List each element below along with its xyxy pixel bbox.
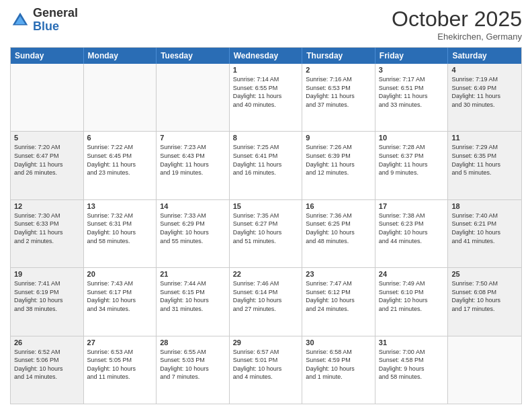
day-number: 7: [160, 134, 226, 142]
header-day-friday: Friday: [375, 48, 449, 64]
cal-cell: 3Sunrise: 7:17 AMSunset: 6:51 PMDaylight…: [375, 64, 449, 131]
header-day-sunday: Sunday: [11, 48, 84, 64]
day-info: Sunrise: 7:49 AMSunset: 6:10 PMDaylight:…: [379, 279, 445, 313]
cal-cell: 21Sunrise: 7:44 AMSunset: 6:15 PMDayligh…: [157, 268, 230, 335]
day-info: Sunrise: 7:41 AMSunset: 6:19 PMDaylight:…: [14, 279, 80, 313]
day-info: Sunrise: 7:14 AMSunset: 6:55 PMDaylight:…: [233, 75, 299, 109]
cal-row-0: 1Sunrise: 7:14 AMSunset: 6:55 PMDaylight…: [11, 64, 521, 131]
day-info: Sunrise: 7:29 AMSunset: 6:35 PMDaylight:…: [451, 143, 518, 177]
header-day-thursday: Thursday: [302, 48, 375, 64]
day-number: 31: [379, 338, 445, 347]
day-info: Sunrise: 6:55 AMSunset: 5:03 PMDaylight:…: [160, 348, 226, 381]
cal-cell: 2Sunrise: 7:16 AMSunset: 6:53 PMDaylight…: [302, 64, 375, 131]
day-number: 29: [233, 338, 299, 347]
cal-cell: 25Sunrise: 7:50 AMSunset: 6:08 PMDayligh…: [448, 268, 521, 335]
cal-row-2: 12Sunrise: 7:30 AMSunset: 6:33 PMDayligh…: [11, 199, 521, 267]
day-info: Sunrise: 7:35 AMSunset: 6:27 PMDaylight:…: [233, 212, 299, 245]
day-info: Sunrise: 6:58 AMSunset: 4:59 PMDaylight:…: [306, 348, 371, 381]
day-info: Sunrise: 7:22 AMSunset: 6:45 PMDaylight:…: [87, 143, 153, 177]
cal-cell: 18Sunrise: 7:40 AMSunset: 6:21 PMDayligh…: [448, 200, 521, 267]
day-info: Sunrise: 7:33 AMSunset: 6:29 PMDaylight:…: [160, 212, 226, 245]
day-info: Sunrise: 7:16 AMSunset: 6:53 PMDaylight:…: [306, 75, 371, 109]
cal-cell: 12Sunrise: 7:30 AMSunset: 6:33 PMDayligh…: [11, 200, 84, 267]
cal-cell: 14Sunrise: 7:33 AMSunset: 6:29 PMDayligh…: [157, 200, 230, 267]
day-info: Sunrise: 7:32 AMSunset: 6:31 PMDaylight:…: [87, 212, 153, 245]
cal-row-1: 5Sunrise: 7:20 AMSunset: 6:47 PMDaylight…: [11, 131, 521, 199]
day-number: 5: [14, 134, 80, 142]
cal-cell: 16Sunrise: 7:36 AMSunset: 6:25 PMDayligh…: [302, 200, 375, 267]
day-number: 17: [379, 202, 445, 210]
day-number: 9: [306, 134, 371, 142]
day-info: Sunrise: 7:28 AMSunset: 6:37 PMDaylight:…: [379, 143, 445, 177]
day-info: Sunrise: 6:57 AMSunset: 5:01 PMDaylight:…: [233, 348, 299, 381]
month-title: October 2025: [392, 7, 522, 32]
cal-cell: 29Sunrise: 6:57 AMSunset: 5:01 PMDayligh…: [230, 336, 303, 404]
day-number: 28: [160, 338, 226, 347]
cal-cell: 10Sunrise: 7:28 AMSunset: 6:37 PMDayligh…: [375, 132, 449, 199]
cal-cell: [11, 64, 84, 131]
header-day-wednesday: Wednesday: [230, 48, 303, 64]
day-number: 27: [87, 338, 153, 347]
cal-cell: 9Sunrise: 7:26 AMSunset: 6:39 PMDaylight…: [302, 132, 375, 199]
day-info: Sunrise: 7:43 AMSunset: 6:17 PMDaylight:…: [87, 279, 153, 313]
day-number: 12: [14, 202, 80, 210]
logo-blue: Blue: [33, 19, 59, 33]
day-info: Sunrise: 7:17 AMSunset: 6:51 PMDaylight:…: [379, 75, 445, 109]
day-number: 1: [233, 66, 299, 74]
header-day-saturday: Saturday: [448, 48, 521, 64]
cal-cell: 4Sunrise: 7:19 AMSunset: 6:49 PMDaylight…: [448, 64, 521, 131]
calendar-header: SundayMondayTuesdayWednesdayThursdayFrid…: [11, 48, 521, 64]
cal-cell: 27Sunrise: 6:53 AMSunset: 5:05 PMDayligh…: [84, 336, 157, 404]
cal-row-4: 26Sunrise: 6:52 AMSunset: 5:06 PMDayligh…: [11, 336, 521, 404]
calendar: SundayMondayTuesdayWednesdayThursdayFrid…: [10, 47, 522, 404]
day-number: 14: [160, 202, 226, 210]
day-number: 11: [451, 134, 518, 142]
header-day-monday: Monday: [84, 48, 157, 64]
cal-cell: 1Sunrise: 7:14 AMSunset: 6:55 PMDaylight…: [230, 64, 303, 131]
day-info: Sunrise: 7:44 AMSunset: 6:15 PMDaylight:…: [160, 279, 226, 313]
day-info: Sunrise: 7:46 AMSunset: 6:14 PMDaylight:…: [233, 279, 299, 313]
day-number: 20: [87, 270, 153, 278]
day-info: Sunrise: 7:40 AMSunset: 6:21 PMDaylight:…: [451, 212, 518, 245]
day-number: 2: [306, 66, 371, 74]
day-number: 13: [87, 202, 153, 210]
cal-cell: 8Sunrise: 7:25 AMSunset: 6:41 PMDaylight…: [230, 132, 303, 199]
day-info: Sunrise: 7:38 AMSunset: 6:23 PMDaylight:…: [379, 212, 445, 245]
logo-general: General: [33, 6, 78, 19]
cal-cell: 30Sunrise: 6:58 AMSunset: 4:59 PMDayligh…: [302, 336, 375, 404]
day-info: Sunrise: 7:23 AMSunset: 6:43 PMDaylight:…: [160, 143, 226, 177]
day-info: Sunrise: 7:19 AMSunset: 6:49 PMDaylight:…: [451, 75, 518, 109]
cal-cell: 31Sunrise: 7:00 AMSunset: 4:58 PMDayligh…: [375, 336, 449, 404]
cal-cell: [448, 336, 521, 404]
location: Ehekirchen, Germany: [392, 32, 522, 42]
day-number: 8: [233, 134, 299, 142]
day-number: 15: [233, 202, 299, 210]
day-number: 19: [14, 270, 80, 278]
day-number: 16: [306, 202, 371, 210]
header-day-tuesday: Tuesday: [157, 48, 230, 64]
cal-cell: 17Sunrise: 7:38 AMSunset: 6:23 PMDayligh…: [375, 200, 449, 267]
day-info: Sunrise: 7:50 AMSunset: 6:08 PMDaylight:…: [451, 279, 518, 313]
day-number: 3: [379, 66, 445, 74]
cal-cell: [84, 64, 157, 131]
cal-cell: 13Sunrise: 7:32 AMSunset: 6:31 PMDayligh…: [84, 200, 157, 267]
day-number: 6: [87, 134, 153, 142]
cal-cell: 20Sunrise: 7:43 AMSunset: 6:17 PMDayligh…: [84, 268, 157, 335]
cal-cell: 7Sunrise: 7:23 AMSunset: 6:43 PMDaylight…: [157, 132, 230, 199]
day-number: 23: [306, 270, 371, 278]
day-info: Sunrise: 7:00 AMSunset: 4:58 PMDaylight:…: [379, 348, 445, 381]
page: General Blue October 2025 Ehekirchen, Ge…: [0, 0, 532, 411]
day-number: 21: [160, 270, 226, 278]
day-number: 24: [379, 270, 445, 278]
cal-cell: 24Sunrise: 7:49 AMSunset: 6:10 PMDayligh…: [375, 268, 449, 335]
cal-row-3: 19Sunrise: 7:41 AMSunset: 6:19 PMDayligh…: [11, 267, 521, 335]
day-number: 30: [306, 338, 371, 347]
cal-cell: 15Sunrise: 7:35 AMSunset: 6:27 PMDayligh…: [230, 200, 303, 267]
day-info: Sunrise: 7:36 AMSunset: 6:25 PMDaylight:…: [306, 212, 371, 245]
day-info: Sunrise: 7:25 AMSunset: 6:41 PMDaylight:…: [233, 143, 299, 177]
day-info: Sunrise: 7:26 AMSunset: 6:39 PMDaylight:…: [306, 143, 371, 177]
day-number: 26: [14, 338, 80, 347]
calendar-body: 1Sunrise: 7:14 AMSunset: 6:55 PMDaylight…: [11, 64, 521, 404]
cal-cell: 22Sunrise: 7:46 AMSunset: 6:14 PMDayligh…: [230, 268, 303, 335]
logo: General Blue: [10, 7, 78, 34]
